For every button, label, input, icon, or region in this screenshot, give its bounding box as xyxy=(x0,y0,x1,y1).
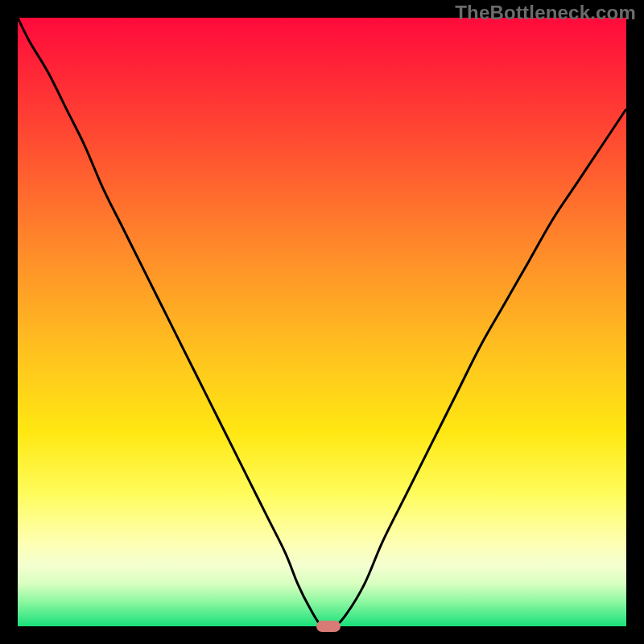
plot-area xyxy=(18,18,626,626)
watermark-text: TheBottleneck.com xyxy=(455,2,636,24)
optimum-marker xyxy=(316,621,341,632)
chart-stage: TheBottleneck.com xyxy=(0,0,644,644)
bottleneck-curve xyxy=(18,18,626,626)
curve-layer xyxy=(18,18,626,626)
